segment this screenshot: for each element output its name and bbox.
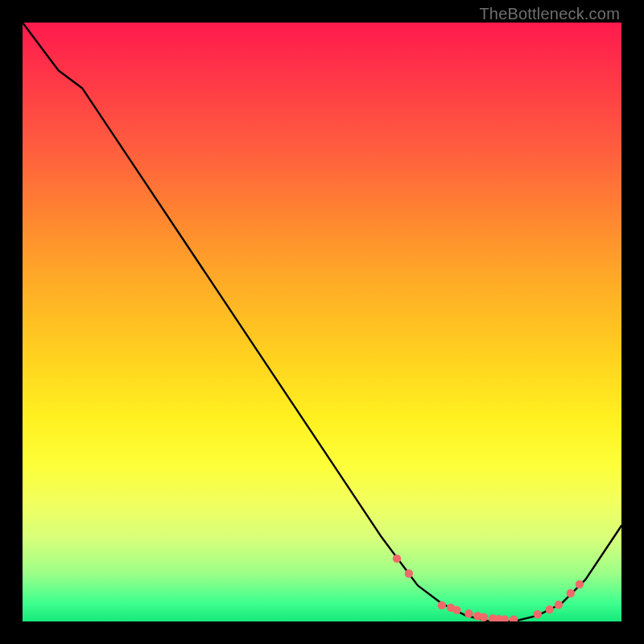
bottleneck-curve bbox=[23, 23, 621, 621]
marker-dot bbox=[438, 601, 446, 609]
marker-dot bbox=[501, 615, 509, 621]
marker-dot bbox=[405, 569, 413, 577]
marker-dot bbox=[546, 605, 554, 613]
attribution-text: TheBottleneck.com bbox=[479, 5, 620, 23]
marker-dot bbox=[393, 555, 401, 563]
marker-dot bbox=[452, 606, 460, 614]
marker-dot bbox=[576, 580, 584, 588]
marker-dot bbox=[480, 613, 488, 621]
chart-svg bbox=[23, 23, 621, 621]
marker-dot bbox=[567, 589, 575, 597]
marker-dot bbox=[510, 616, 518, 621]
plot-area bbox=[23, 23, 621, 621]
marker-dot bbox=[534, 610, 542, 618]
marker-dot bbox=[555, 601, 563, 609]
chart-frame: TheBottleneck.com bbox=[0, 0, 644, 644]
marker-dot bbox=[464, 609, 473, 617]
